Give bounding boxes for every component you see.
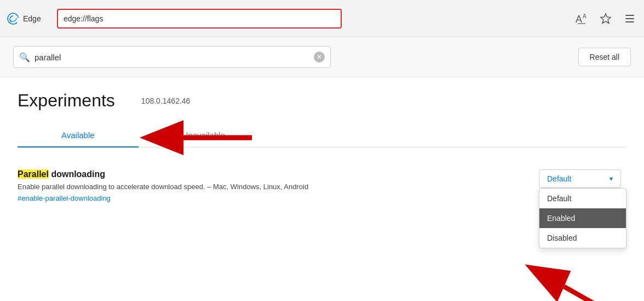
feature-info: Parallel downloading Enable parallel dow…	[18, 169, 526, 203]
tab-available[interactable]: Available	[18, 124, 139, 147]
dropdown-current-value: Default	[547, 174, 571, 183]
search-input-wrapper: 🔍 ✕	[13, 46, 331, 68]
svg-text:A: A	[583, 13, 586, 19]
read-aloud-icon[interactable]: A A	[574, 11, 589, 26]
chevron-down-icon: ▾	[610, 175, 613, 183]
search-input[interactable]	[34, 53, 309, 62]
main-content: Experiments 108.0.1462.46 Available Unav…	[0, 77, 644, 225]
tab-unavailable[interactable]: Unavailable	[139, 124, 269, 147]
search-icon: 🔍	[19, 52, 30, 63]
feature-title-highlight: Parallel	[18, 169, 49, 179]
browser-chrome: Edge A A	[0, 0, 644, 37]
favorites-icon[interactable]	[598, 11, 613, 26]
address-bar-input[interactable]	[57, 9, 342, 29]
edge-browser-label: Edge	[23, 14, 41, 23]
dropdown-option-default[interactable]: Default	[539, 189, 626, 208]
tabs-container: Available Unavailable	[18, 124, 626, 147]
reset-all-button[interactable]: Reset all	[578, 48, 631, 66]
settings-icon[interactable]	[622, 11, 637, 26]
feature-list: Parallel downloading Enable parallel dow…	[18, 147, 626, 212]
feature-dropdown-button[interactable]: Default ▾	[539, 169, 621, 188]
feature-description: Enable parallel downloading to accelerat…	[18, 183, 526, 191]
dropdown-menu: Default Enabled Disabled	[539, 188, 626, 248]
feature-title-suffix: downloading	[49, 169, 105, 179]
feature-control: Default ▾ Default Enabled Disabled	[539, 169, 626, 188]
feature-link[interactable]: #enable-parallel-downloading	[18, 194, 111, 202]
dropdown-option-enabled[interactable]: Enabled	[539, 208, 626, 228]
edge-logo: Edge	[7, 12, 50, 25]
search-bar-area: 🔍 ✕ Reset all	[0, 37, 644, 77]
version-text: 108.0.1462.46	[141, 96, 191, 105]
clear-search-button[interactable]: ✕	[314, 52, 325, 63]
toolbar-icons: A A	[574, 11, 637, 26]
experiments-header: Experiments 108.0.1462.46	[18, 90, 626, 111]
svg-marker-2	[601, 14, 611, 24]
edge-icon	[7, 12, 20, 25]
feature-item-parallel: Parallel downloading Enable parallel dow…	[18, 161, 626, 212]
feature-title: Parallel downloading	[18, 169, 526, 179]
experiments-title: Experiments	[18, 90, 115, 111]
dropdown-option-disabled[interactable]: Disabled	[539, 228, 626, 248]
page-content: 🔍 ✕ Reset all Experiments 108.0.1462.46 …	[0, 37, 644, 301]
svg-text:A: A	[576, 14, 582, 25]
address-bar-wrapper	[57, 9, 342, 29]
